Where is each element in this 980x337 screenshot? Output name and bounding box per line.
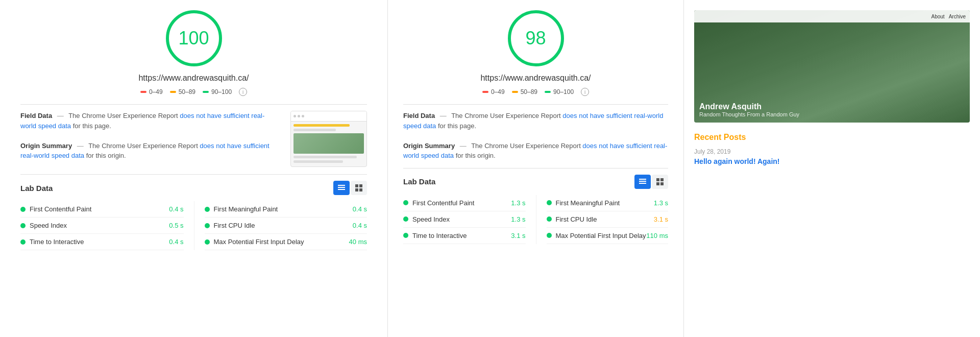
metric-value: 1.3 s xyxy=(511,215,525,223)
left-field-section: Field Data — The Chrome User Experience … xyxy=(20,111,367,167)
right-score-url: https://www.andrewasquith.ca/ xyxy=(480,74,591,83)
svg-rect-4 xyxy=(359,184,362,187)
metric-value: 1.3 s xyxy=(511,199,525,207)
left-field-label: Field Data xyxy=(20,112,52,119)
metric-dot xyxy=(547,216,552,222)
right-origin-text1: The Chrome User Experience Report xyxy=(471,142,582,150)
thumb-header xyxy=(291,111,366,122)
left-metrics-grid: First Contentful Paint 0.4 s Speed Index… xyxy=(20,201,367,250)
metric-left: Time to Interactive xyxy=(403,232,467,239)
sidebar-author-name: Andrew Asquith xyxy=(699,102,799,111)
svg-rect-12 xyxy=(656,182,659,185)
left-origin-text2: for this origin. xyxy=(86,152,126,159)
legend-range2-r: 50–89 xyxy=(521,88,537,95)
divider2 xyxy=(20,174,367,175)
svg-rect-1 xyxy=(338,187,345,188)
right-field-text1: The Chrome User Experience Report xyxy=(451,112,562,119)
metric-dot xyxy=(205,223,210,228)
left-field-text2: for this page. xyxy=(73,122,111,130)
orange-dot-r xyxy=(512,91,518,93)
left-score-circle: 100 xyxy=(166,10,222,66)
metric-row: First Meaningful Paint 1.3 s xyxy=(547,195,669,211)
legend-item-red: 0–49 xyxy=(140,88,163,95)
left-view-toggle xyxy=(333,181,367,195)
right-origin-label: Origin Summary xyxy=(403,142,455,150)
sidebar-thumb-nav: About Archive xyxy=(694,10,970,22)
metric-name: First Contentful Paint xyxy=(30,205,91,213)
metric-left: First Meaningful Paint xyxy=(205,205,278,213)
svg-rect-8 xyxy=(639,181,646,182)
left-lab-header: Lab Data xyxy=(20,181,367,195)
sidebar: About Archive Andrew Asquith Random Thou… xyxy=(684,0,980,337)
metric-row: Time to Interactive 3.1 s xyxy=(403,228,526,244)
post-link[interactable]: Hello again world! Again! xyxy=(694,157,780,165)
metric-row: Speed Index 0.5 s xyxy=(20,218,184,234)
metric-row: Max Potential First Input Delay 40 ms xyxy=(205,234,368,250)
metric-name: Max Potential First Input Delay xyxy=(556,232,646,239)
right-toggle-grid[interactable] xyxy=(652,175,668,189)
metric-row: Time to Interactive 0.4 s xyxy=(20,234,184,250)
metric-left: First CPU Idle xyxy=(205,222,255,229)
left-score-section: 100 https://www.andrewasquith.ca/ 0–49 5… xyxy=(20,10,367,96)
legend-range1: 0–49 xyxy=(149,88,163,95)
main-container: 100 https://www.andrewasquith.ca/ 0–49 5… xyxy=(0,0,980,337)
right-toggle-list[interactable] xyxy=(634,175,651,189)
right-field-label: Field Data xyxy=(403,112,435,119)
metric-left: First CPU Idle xyxy=(547,215,597,223)
metric-left: First Contentful Paint xyxy=(403,199,474,207)
left-score-number: 100 xyxy=(178,28,209,49)
right-score-number: 98 xyxy=(525,28,546,49)
thumb-nav-dots xyxy=(293,115,304,117)
metric-dot xyxy=(20,223,26,228)
divider4 xyxy=(403,168,668,168)
metric-name: First Contentful Paint xyxy=(412,199,474,207)
legend-range3-r: 90–100 xyxy=(553,88,574,95)
right-panel: 98 https://www.andrewasquith.ca/ 0–49 50… xyxy=(388,0,684,337)
metric-value: 1.3 s xyxy=(654,199,668,207)
right-origin-text2: for this origin. xyxy=(456,152,496,159)
metric-left: Speed Index xyxy=(403,215,450,223)
metric-name: First Meaningful Paint xyxy=(556,199,620,207)
metric-left: Speed Index xyxy=(20,222,67,229)
left-toggle-grid[interactable] xyxy=(351,181,367,195)
metric-value: 0.4 s xyxy=(353,222,367,229)
orange-dot xyxy=(170,91,176,93)
svg-rect-3 xyxy=(355,184,358,187)
right-lab-header: Lab Data xyxy=(403,175,668,189)
sidebar-author: Andrew Asquith Random Thoughts From a Ra… xyxy=(699,102,799,117)
right-field-text2: for this page. xyxy=(438,122,476,130)
divider1 xyxy=(20,104,367,105)
metric-dot xyxy=(403,200,408,205)
metric-name: Time to Interactive xyxy=(30,238,84,246)
metric-row: First CPU Idle 0.4 s xyxy=(205,218,368,234)
thumbnail-bg: About Archive Andrew Asquith Random Thou… xyxy=(694,10,970,123)
metric-dot xyxy=(403,233,408,238)
left-origin-label: Origin Summary xyxy=(20,142,72,150)
info-icon-left[interactable]: i xyxy=(239,88,247,96)
metric-value: 0.4 s xyxy=(169,205,183,213)
red-dot xyxy=(140,91,146,93)
svg-rect-10 xyxy=(656,178,659,181)
right-view-toggle xyxy=(634,175,668,189)
metric-value: 0.4 s xyxy=(169,238,183,246)
metric-name: Max Potential First Input Delay xyxy=(214,238,304,246)
right-score-legend: 0–49 50–89 90–100 i xyxy=(482,88,589,96)
legend-item-orange: 50–89 xyxy=(170,88,195,95)
metric-name: Speed Index xyxy=(30,222,67,229)
left-lab-title: Lab Data xyxy=(20,184,53,192)
metric-dot xyxy=(20,207,26,212)
metric-left: First Meaningful Paint xyxy=(547,199,620,207)
info-icon-right[interactable]: i xyxy=(581,88,589,96)
svg-rect-6 xyxy=(359,188,362,191)
post-date: July 28, 2019 xyxy=(694,148,970,155)
metric-value: 110 ms xyxy=(646,232,668,239)
metric-name: First CPU Idle xyxy=(214,222,255,229)
svg-rect-9 xyxy=(639,183,646,184)
legend-range3: 90–100 xyxy=(211,88,232,95)
sidebar-thumbnail: About Archive Andrew Asquith Random Thou… xyxy=(694,10,970,123)
metric-row: First Contentful Paint 0.4 s xyxy=(20,201,184,218)
left-toggle-list[interactable] xyxy=(333,181,350,195)
sidebar-author-sub: Random Thoughts From a Random Guy xyxy=(699,111,799,117)
right-field-text: Field Data — The Chrome User Experience … xyxy=(403,111,668,161)
legend-range2: 50–89 xyxy=(179,88,195,95)
